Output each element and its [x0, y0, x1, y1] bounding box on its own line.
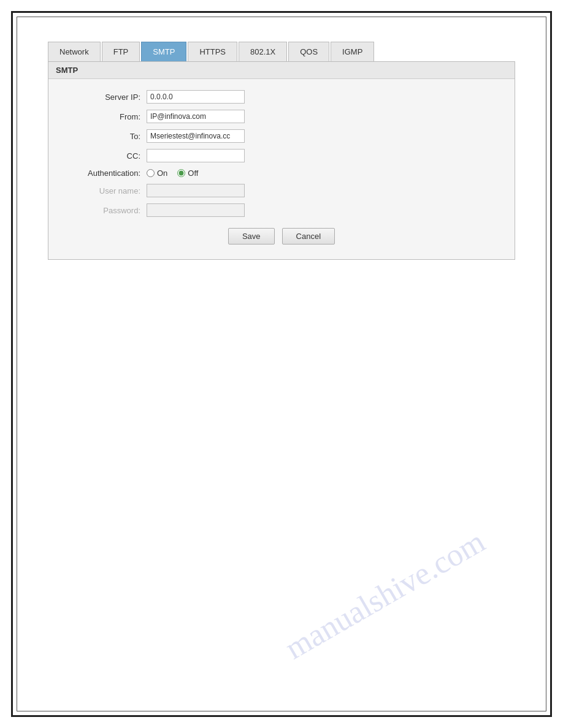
- to-input[interactable]: [147, 129, 245, 143]
- from-input[interactable]: [147, 110, 245, 123]
- outer-border: Network FTP SMTP HTTPS 802.1X QOS: [11, 11, 552, 717]
- password-input[interactable]: [147, 203, 245, 217]
- cc-row: CC:: [67, 149, 496, 162]
- auth-row: Authentication: On Off: [67, 169, 496, 178]
- content-area: Network FTP SMTP HTTPS 802.1X QOS: [17, 17, 546, 284]
- auth-off-label: Off: [188, 169, 198, 178]
- password-label: Password:: [67, 206, 147, 215]
- username-label: User name:: [67, 186, 147, 195]
- tab-qos[interactable]: QOS: [288, 42, 329, 61]
- username-input[interactable]: [147, 184, 245, 197]
- auth-label: Authentication:: [67, 169, 147, 178]
- button-row: Save Cancel: [67, 228, 496, 245]
- server-ip-label: Server IP:: [67, 93, 147, 102]
- to-label: To:: [67, 132, 147, 141]
- smtp-section: SMTP Server IP: From: To:: [48, 62, 515, 260]
- tab-network[interactable]: Network: [48, 42, 101, 61]
- watermark: manualshive.com: [278, 523, 491, 667]
- cancel-button[interactable]: Cancel: [282, 228, 335, 245]
- from-label: From:: [67, 112, 147, 121]
- password-row: Password:: [67, 203, 496, 217]
- from-row: From:: [67, 110, 496, 123]
- section-title: SMTP: [48, 62, 515, 79]
- tab-ftp[interactable]: FTP: [102, 42, 140, 61]
- to-row: To:: [67, 129, 496, 143]
- cc-input[interactable]: [147, 149, 245, 162]
- tab-8021x[interactable]: 802.1X: [239, 42, 287, 61]
- auth-off-radio[interactable]: [177, 169, 185, 177]
- save-button[interactable]: Save: [228, 228, 275, 245]
- server-ip-row: Server IP:: [67, 90, 496, 104]
- server-ip-input[interactable]: [147, 90, 245, 104]
- tab-smtp[interactable]: SMTP: [141, 42, 186, 61]
- tab-igmp[interactable]: IGMP: [331, 42, 374, 61]
- username-row: User name:: [67, 184, 496, 197]
- auth-on-label: On: [157, 169, 167, 178]
- auth-off-option[interactable]: Off: [177, 169, 198, 178]
- tab-https[interactable]: HTTPS: [188, 42, 237, 61]
- cc-label: CC:: [67, 151, 147, 161]
- auth-on-radio[interactable]: [147, 169, 155, 177]
- tab-bar: Network FTP SMTP HTTPS 802.1X QOS: [48, 42, 515, 62]
- auth-on-option[interactable]: On: [147, 169, 167, 178]
- form-area: Server IP: From: To: CC: [48, 79, 515, 259]
- auth-radio-group: On Off: [147, 169, 198, 178]
- inner-border: Network FTP SMTP HTTPS 802.1X QOS: [17, 17, 546, 711]
